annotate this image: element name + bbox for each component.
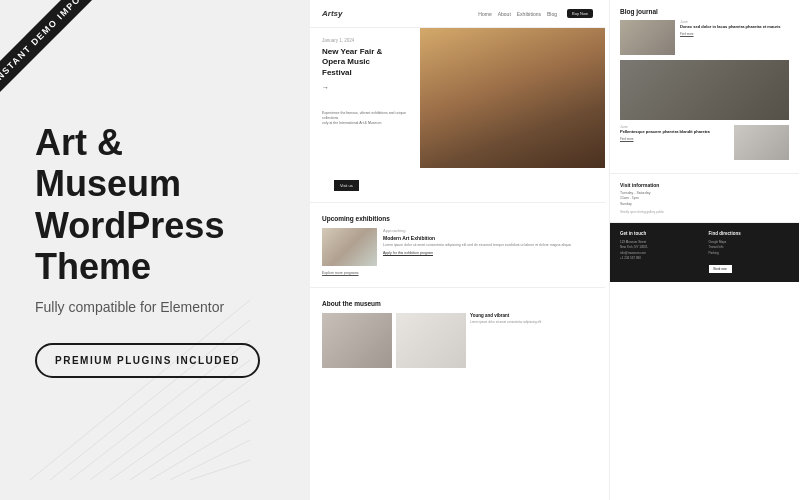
nav-link-exhibitions: Exhibitions [517,11,541,17]
svg-line-8 [190,460,250,480]
preview-nav-links: Home About Exhibitions Blog [478,11,557,17]
blog-item-2: June Pellentesque posuere pharetra bland… [620,125,789,160]
preview-exhibitions-section: Upcoming exhibitions Approaching Modern … [310,207,605,283]
preview-hero-section: January 1, 2024 New Year Fair &Opera Mus… [310,28,605,168]
exhibition-label: Approaching [383,228,593,233]
directions-title: Find directions [709,231,790,236]
contact-phone: +1 234 567 890 [620,256,701,260]
visit-hours: Tuesday - Saturday 11am - 5pm Sunday [620,191,789,207]
contact-col-2: Find directions Google Maps Transit Info… [709,231,790,275]
exhibitions-title: Upcoming exhibitions [322,215,593,222]
contact-address: 123 Museum Street [620,240,701,244]
blog-image-1 [620,20,675,55]
svg-line-4 [110,380,250,480]
svg-line-7 [170,440,250,480]
exhibition-text: Approaching Modern Art Exhibition Lorem … [383,228,593,266]
preview-hero-text: January 1, 2024 New Year Fair &Opera Mus… [310,28,420,168]
decorative-lines-icon [30,300,250,480]
preview-visit-button: Visit us [334,180,359,191]
preview-logo: Artsy [322,9,468,18]
preview-visit-button-area: Visit us [322,173,593,197]
contact-title: Get in touch [620,231,701,236]
exhibition-image [322,228,377,266]
svg-line-5 [130,400,250,480]
preview-left-column: Artsy Home About Exhibitions Blog Buy No… [310,0,605,500]
about-text: Young and vibrant Lorem ipsum dolor sit … [470,313,593,368]
about-images: Young and vibrant Lorem ipsum dolor sit … [322,313,593,368]
nav-link-blog: Blog [547,11,557,17]
exhibition-item: Approaching Modern Art Exhibition Lorem … [322,228,593,266]
ribbon-label: INSTANT DEMO IMPORT [0,0,105,97]
hero-image-bg [420,28,605,168]
sub-heading: Fully compatible for Elementor [35,299,275,315]
blog-text-1: June Donec sed dolor in lacus pharetra p… [680,20,789,55]
visit-closed: Sunday [620,202,789,207]
preview-nav-button: Buy Now [567,9,593,18]
contact-col-1: Get in touch 123 Museum Street New York,… [620,231,701,275]
nav-link-about: About [498,11,511,17]
about-title: About the museum [322,300,593,307]
explore-more-link: Explore more programs [322,271,593,275]
nav-link-home: Home [478,11,491,17]
blog-more-1: Find more [680,32,789,36]
instant-demo-ribbon: INSTANT DEMO IMPORT [0,0,125,125]
preview-hero-arrow: → [322,84,408,91]
exhibition-name: Modern Art Exhibition [383,235,593,241]
contact-email: info@museum.com [620,251,701,255]
premium-plugins-button[interactable]: PREMIUM PLUGINS INCLUDED [35,343,260,378]
blog-name-2: Pellentesque posuere pharetra blandit ph… [620,130,729,135]
preview-hero-description: Experience the famous, vibrant exhibitio… [322,111,408,126]
about-col-desc: Lorem ipsum dolor sit amet consectetur a… [470,320,593,324]
visit-title: Visit information [620,182,789,188]
preview-right-column: Blog journal June Donec sed dolor in lac… [609,0,799,500]
preview-about-section: About the museum Young and vibrant Lorem… [310,292,605,376]
preview-contact-section: Get in touch 123 Museum Street New York,… [610,223,799,283]
blog-more-2: Find more [620,137,729,141]
svg-line-0 [30,300,250,480]
preview-hero-date: January 1, 2024 [322,38,408,43]
contact-city: New York, NY 10001 [620,245,701,249]
website-preview: Artsy Home About Exhibitions Blog Buy No… [310,0,800,500]
visit-info: Strictly open during gallery public [620,210,789,214]
blog-name-1: Donec sed dolor in lacus pharetra pharet… [680,25,789,30]
preview-hero-title: New Year Fair &Opera MusicFestival [322,47,408,78]
blog-item-1: June Donec sed dolor in lacus pharetra p… [620,20,789,55]
directions-transit: Transit Info [709,245,790,249]
blog-side-image [620,60,789,120]
about-image-2 [396,313,466,368]
svg-line-6 [150,420,250,480]
preview-hero-image [420,28,605,168]
preview-blog-section: Blog journal June Donec sed dolor in lac… [610,0,799,174]
directions-parking: Parking [709,251,790,255]
section-divider-2 [310,287,605,288]
exhibition-description: Lorem ipsum dolor sit amet consectetur a… [383,243,593,248]
about-image-1 [322,313,392,368]
exhibition-link: Apply for this exhibition program [383,251,593,255]
blog-text-2: June Pellentesque posuere pharetra bland… [620,125,729,160]
section-divider-1 [310,202,605,203]
preview-navbar: Artsy Home About Exhibitions Blog Buy No… [310,0,605,28]
blog-title: Blog journal [620,8,789,15]
directions-maps: Google Maps [709,240,790,244]
blog-image-2 [734,125,789,160]
preview-visit-section: Visit information Tuesday - Saturday 11a… [610,174,799,223]
about-col-title: Young and vibrant [470,313,593,318]
book-now-button: Book now [709,265,732,273]
main-heading: Art & Museum WordPress Theme [35,122,275,288]
